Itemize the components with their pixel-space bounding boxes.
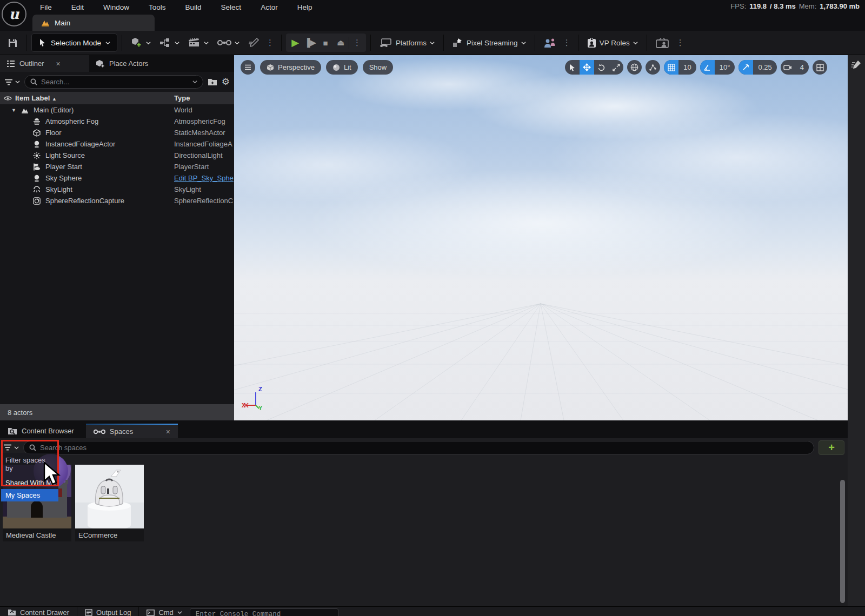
stage-monitor-options-menu[interactable]: ⋮ (674, 38, 687, 48)
toolbar-overflow-menu[interactable]: ⋮ (263, 38, 277, 48)
outliner-row-main[interactable]: ▼ Main (Editor) World (0, 104, 234, 116)
outliner-row-player-start[interactable]: Player Start PlayerStart (0, 161, 234, 172)
space-tile-ecommerce[interactable]: ECommerce (75, 465, 144, 541)
selection-mode-dropdown[interactable]: Selection Mode (31, 34, 117, 52)
vertical-scrollbar[interactable] (840, 480, 845, 603)
output-log-icon (85, 609, 92, 616)
outliner-row-sky-sphere[interactable]: Sky Sphere Edit BP_Sky_Sphe (0, 172, 234, 184)
multi-user-options-menu[interactable]: ⋮ (560, 38, 574, 48)
save-button[interactable] (3, 35, 22, 51)
sphere-icon (32, 175, 41, 182)
rotate-tool-button[interactable] (594, 60, 609, 75)
outliner-panel: Outliner × Place Actors (0, 55, 234, 420)
scale-snap-toggle[interactable] (738, 60, 753, 75)
main-menu: File Edit Window Tools Build Select Acto… (32, 0, 320, 14)
outliner-row-light-source[interactable]: Light Source DirectionalLight (0, 150, 234, 161)
filter-icon (4, 79, 13, 85)
outliner-row-foliage[interactable]: InstancedFoliageActor InstancedFoliageA (0, 138, 234, 150)
new-folder-icon[interactable] (208, 78, 217, 86)
details-flyout-icon[interactable] (851, 59, 862, 70)
spaces-search-input[interactable]: Search spaces (23, 441, 814, 454)
menu-item-my-spaces[interactable]: My Spaces (1, 489, 58, 501)
camera-speed-control: 4 (781, 60, 809, 75)
spaces-filter-button[interactable] (3, 444, 19, 451)
lit-mode-dropdown[interactable]: Lit (326, 60, 358, 75)
maximize-viewport-button[interactable] (813, 60, 827, 75)
select-tool-button[interactable] (565, 60, 580, 75)
rotation-snap-value[interactable]: 10° (715, 60, 735, 75)
blueprints-button[interactable] (155, 35, 184, 51)
paint-brush-icon (248, 38, 259, 48)
menu-file[interactable]: File (32, 1, 59, 14)
platforms-dropdown[interactable]: Platforms (375, 35, 439, 51)
close-icon[interactable]: × (166, 427, 170, 436)
eject-button[interactable]: ⏏ (334, 36, 348, 50)
stop-button[interactable]: ■ (318, 36, 332, 50)
tab-content-browser[interactable]: Content Browser (0, 424, 82, 438)
chevron-down-icon (105, 41, 110, 45)
space-tile-label: ECommerce (75, 528, 144, 541)
frame-skip-button[interactable]: ▐▶ (303, 36, 317, 50)
cmd-dropdown[interactable]: Cmd (139, 607, 189, 616)
outliner-row-skylight[interactable]: SkyLight SkyLight (0, 184, 234, 195)
bottom-dock-panel: Content Browser Spaces × (0, 420, 848, 606)
pixel-streaming-dropdown[interactable]: Pixel Streaming (448, 35, 530, 51)
move-tool-button[interactable] (580, 60, 594, 75)
scale-icon (613, 64, 620, 71)
stage-monitor-button[interactable] (651, 35, 674, 51)
add-actor-button[interactable] (127, 34, 155, 51)
grid-snap-value[interactable]: 10 (678, 60, 696, 75)
outliner-filter-button[interactable] (4, 79, 20, 85)
content-drawer-icon (8, 609, 16, 616)
play-button[interactable]: ▶ (288, 36, 302, 50)
landscape-paint-button[interactable] (244, 35, 263, 51)
play-options-menu[interactable]: ⋮ (350, 38, 364, 48)
outliner-row-floor[interactable]: Floor StaticMeshActor (0, 127, 234, 138)
surface-snapping-button[interactable] (646, 60, 660, 75)
outliner-settings-icon[interactable]: ⚙ (222, 76, 230, 88)
show-flags-dropdown[interactable]: Show (363, 60, 394, 75)
menu-actor[interactable]: Actor (253, 1, 285, 14)
scale-snap-value[interactable]: 0.25 (753, 60, 776, 75)
multi-user-button[interactable] (540, 35, 560, 51)
virtual-scouting-button[interactable] (213, 36, 244, 50)
tab-spaces[interactable]: Spaces × (86, 424, 178, 438)
viewport-options-button[interactable] (241, 60, 255, 75)
grid-snap-toggle[interactable] (664, 60, 678, 75)
expand-arrow-icon[interactable]: ▼ (0, 108, 16, 113)
console-command-input[interactable]: Enter Console Command (190, 608, 338, 616)
output-log-button[interactable]: Output Log (77, 607, 138, 616)
edit-blueprint-link[interactable]: Edit BP_Sky_Sphe (174, 174, 234, 182)
menu-select[interactable]: Select (214, 1, 249, 14)
close-icon[interactable]: × (56, 59, 61, 68)
visibility-column-icon[interactable] (0, 96, 15, 101)
rotation-snap-toggle[interactable] (700, 60, 715, 75)
outliner-row-atmospheric-fog[interactable]: Atmospheric Fog AtmosphericFog (0, 116, 234, 127)
chevron-down-icon (15, 79, 20, 84)
outliner-search-input[interactable]: Search... (24, 75, 203, 89)
tab-outliner[interactable]: Outliner × (0, 55, 89, 72)
vp-roles-dropdown[interactable]: VP Roles (583, 35, 642, 51)
content-drawer-button[interactable]: Content Drawer (0, 607, 77, 616)
unreal-logo-icon[interactable]: u (2, 2, 26, 26)
menu-help[interactable]: Help (290, 1, 320, 14)
column-item-label[interactable]: Item Label ▲ (15, 94, 174, 102)
level-viewport[interactable]: Perspective Lit Show (234, 55, 848, 420)
rotate-icon (597, 64, 606, 71)
cinematics-button[interactable] (184, 35, 213, 51)
column-type[interactable]: Type (174, 94, 234, 102)
menu-build[interactable]: Build (178, 1, 209, 14)
camera-speed-value[interactable]: 4 (795, 60, 809, 75)
scale-tool-button[interactable] (609, 60, 623, 75)
add-space-button[interactable]: + (819, 440, 844, 455)
play-controls: ▶ ▐▶ ■ ⏏ ⋮ (286, 34, 366, 52)
perspective-dropdown[interactable]: Perspective (260, 60, 321, 75)
level-tab-main[interactable]: Main (32, 15, 155, 31)
tab-place-actors[interactable]: Place Actors (89, 55, 155, 72)
outliner-row-sphere-reflection[interactable]: SphereReflectionCapture SphereReflection… (0, 195, 234, 206)
menu-tools[interactable]: Tools (141, 1, 174, 14)
actor-count-footer: 8 actors (0, 404, 234, 420)
menu-edit[interactable]: Edit (64, 1, 91, 14)
menu-window[interactable]: Window (96, 1, 137, 14)
world-local-space-button[interactable] (627, 60, 642, 75)
